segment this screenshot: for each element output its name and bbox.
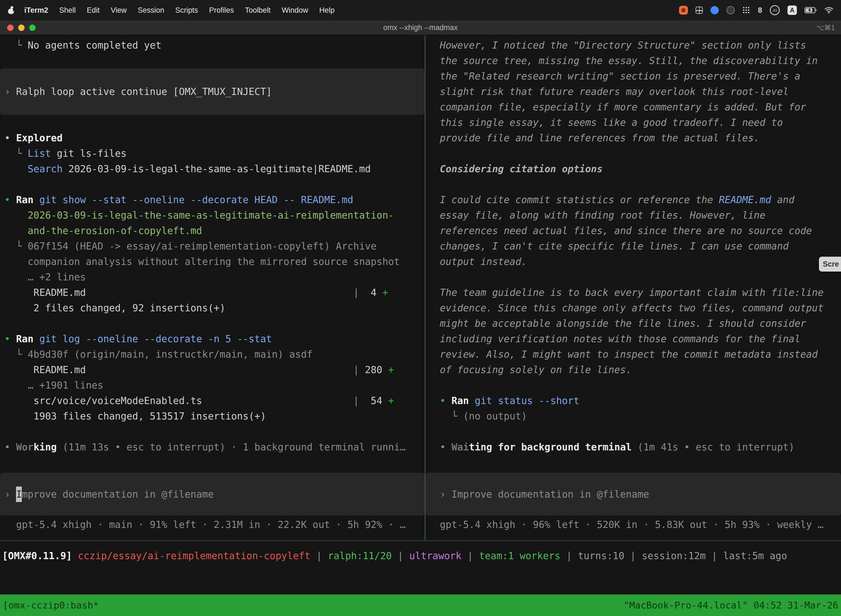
tmux-status-bar: [omx-cczip0:bash* "MacBook-Pro-44.local"…: [0, 594, 841, 616]
terminal-output-left-top: └ No agents completed yet: [0, 38, 425, 69]
terminal-output-right: However, I noticed the "Directory Struct…: [425, 38, 841, 455]
prompt-input-left[interactable]: › Improve documentation in @filename: [0, 473, 425, 516]
menu-item-help[interactable]: Help: [314, 6, 340, 15]
menu-item-shell[interactable]: Shell: [54, 6, 81, 15]
menu-bar-status-icons: 8 .61 A: [679, 5, 833, 15]
number-8-icon[interactable]: 8: [758, 6, 762, 15]
menu-item-view[interactable]: View: [105, 6, 132, 15]
menu-item-iterm2[interactable]: iTerm2: [19, 6, 54, 15]
close-button[interactable]: [7, 25, 13, 31]
screen-recording-indicator[interactable]: [679, 6, 688, 15]
prompt-input-right[interactable]: › Improve documentation in @filename: [425, 473, 841, 516]
model-status-line-right: gpt-5.4 xhigh · 96% left · 520K in · 5.8…: [425, 517, 841, 532]
wifi-icon[interactable]: [825, 7, 833, 13]
menu-item-profiles[interactable]: Profiles: [204, 6, 239, 15]
menu-item-window[interactable]: Window: [276, 6, 314, 15]
tmux-session-info: [omx-cczip0:bash*: [3, 600, 99, 611]
zoom-button[interactable]: [29, 25, 35, 31]
window-title: omx --xhigh --madmax: [0, 23, 841, 32]
tmux-host-time: "MacBook-Pro-44.local" 04:52 31-Mar-26: [624, 600, 838, 611]
window-manager-icon[interactable]: [696, 7, 703, 14]
macos-menu-bar: iTerm2 Shell Edit View Session Scripts P…: [0, 0, 841, 21]
dark-app-icon[interactable]: [727, 6, 735, 14]
terminal-content: └ No agents completed yet › Ralph loop a…: [0, 35, 841, 540]
dots-grid-icon[interactable]: [743, 6, 750, 14]
tmux-pane-right[interactable]: However, I noticed the "Directory Struct…: [425, 35, 841, 540]
blue-app-icon[interactable]: [711, 6, 719, 14]
menu-item-session[interactable]: Session: [132, 6, 170, 15]
terminal-output-left: • Explored └ List git ls-files Search 20…: [0, 115, 425, 455]
apple-menu-icon[interactable]: [8, 6, 14, 14]
menu-item-scripts[interactable]: Scripts: [170, 6, 204, 15]
ralph-inject-banner: › Ralph loop active continue [OMX_TMUX_I…: [0, 69, 425, 115]
screen-share-popup[interactable]: Scre: [819, 257, 841, 271]
battery-icon[interactable]: [804, 7, 817, 13]
battery-percent-circle-icon[interactable]: .61: [770, 5, 780, 15]
menu-item-edit[interactable]: Edit: [81, 6, 105, 15]
minimize-button[interactable]: [18, 25, 25, 31]
tmux-pane-left[interactable]: └ No agents completed yet › Ralph loop a…: [0, 35, 425, 540]
omx-status-bar: [OMX#0.11.9] cczip/essay/ai-reimplementa…: [0, 540, 841, 594]
window-title-bar[interactable]: omx --xhigh --madmax ⌥⌘1: [0, 21, 841, 35]
window-shortcut-badge: ⌥⌘1: [816, 24, 835, 32]
menu-item-toolbelt[interactable]: Toolbelt: [239, 6, 276, 15]
input-source-icon[interactable]: A: [787, 6, 797, 15]
model-status-line-left: gpt-5.4 xhigh · main · 91% left · 2.31M …: [0, 517, 425, 532]
